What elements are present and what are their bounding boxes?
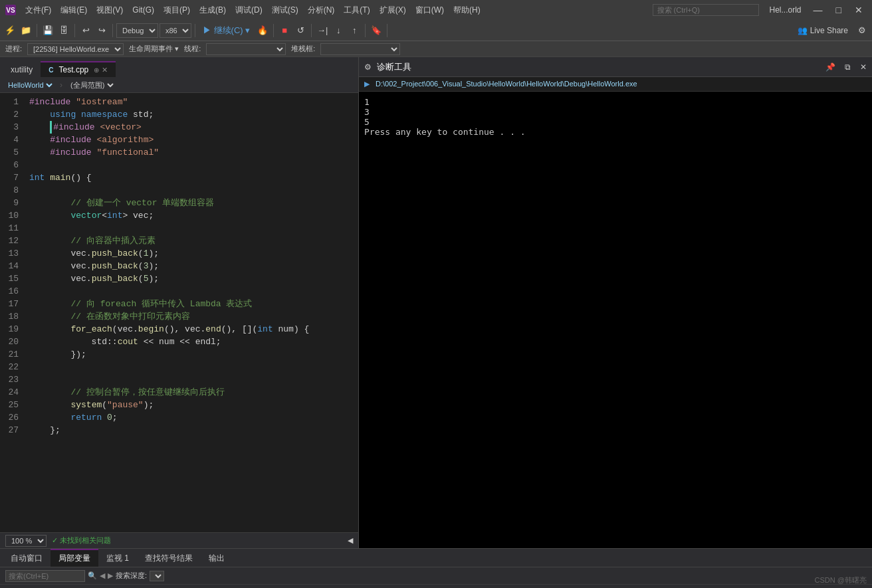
xutility-tab-label: xutility	[11, 65, 33, 74]
hot-reload-button[interactable]: 🔥	[255, 23, 270, 38]
process-bar: 进程: [22536] HelloWorld.exe 生命周期事件 ▾ 线程: …	[0, 41, 872, 57]
maximize-button[interactable]: □	[832, 5, 845, 15]
console-output: 1 3 5 Press any key to continue . . .	[364, 97, 867, 137]
tab-test-cpp[interactable]: C Test.cpp ⊕ ✕	[41, 61, 116, 77]
minimize-button[interactable]: —	[810, 5, 827, 15]
menu-tools[interactable]: 工具(T)	[340, 3, 374, 17]
nav-back-button[interactable]: ◀	[100, 571, 105, 580]
diag-float-button[interactable]: ⧉	[845, 62, 851, 72]
undo-button[interactable]: ↩	[78, 23, 93, 38]
live-share-button[interactable]: 👥 Live Share	[792, 25, 853, 37]
open-button[interactable]: 📁	[19, 23, 33, 38]
debug-config-select[interactable]: Debug	[116, 23, 158, 38]
restart-button[interactable]: ↺	[293, 23, 308, 38]
search-depth-select[interactable]	[150, 571, 164, 581]
bottom-section: 自动窗口 局部变量 监视 1 查找符号结果 输出 🔍 ◀ ▶ 搜索深度: 名称 …	[0, 548, 872, 588]
step-into-button[interactable]: ↓	[331, 23, 346, 38]
title-bar: VS 文件(F) 编辑(E) 视图(V) Git(G) 项目(P) 生成(B) …	[0, 0, 872, 20]
menu-extensions[interactable]: 扩展(X)	[376, 3, 410, 17]
step-out-button[interactable]: ↑	[347, 23, 362, 38]
menu-view[interactable]: 视图(V)	[92, 3, 127, 17]
thread-select[interactable]	[206, 43, 286, 55]
search-input[interactable]	[653, 4, 759, 16]
step-over-button[interactable]: →|	[315, 23, 330, 38]
test-tab-label: Test.cpp	[59, 65, 89, 74]
new-project-button[interactable]: ⚡	[3, 23, 17, 38]
diag-close-button[interactable]: ✕	[860, 62, 867, 72]
tab-watch1[interactable]: 监视 1	[98, 550, 137, 567]
window-title: Hel...orld	[770, 5, 802, 15]
menu-test[interactable]: 测试(S)	[268, 3, 302, 17]
settings-button[interactable]: ⚙	[855, 23, 869, 38]
live-share-icon: 👥	[798, 26, 808, 35]
console-path-icon: ▶	[364, 80, 370, 88]
redo-button[interactable]: ↪	[94, 23, 109, 38]
tab-output[interactable]: 输出	[201, 550, 233, 567]
toolbar-separator-6	[311, 24, 312, 37]
toolbar-separator-3	[112, 24, 113, 37]
toolbar-separator-1	[37, 24, 37, 37]
lifecycle-label: 生命周期事件 ▾	[129, 44, 179, 54]
main-area: xutility C Test.cpp ⊕ ✕ HelloWorld › (全局…	[0, 57, 872, 548]
menu-edit[interactable]: 编辑(E)	[56, 3, 91, 17]
process-select[interactable]: [22536] HelloWorld.exe	[27, 43, 124, 55]
no-issues-indicator: ✓ 未找到相关问题	[52, 536, 111, 545]
close-button[interactable]: ✕	[851, 5, 867, 15]
menu-bar: 文件(F) 编辑(E) 视图(V) Git(G) 项目(P) 生成(B) 调试(…	[21, 3, 647, 17]
title-controls: — □ ✕	[810, 5, 867, 15]
bottom-tabs: 自动窗口 局部变量 监视 1 查找符号结果 输出	[0, 549, 872, 567]
left-panel: xutility C Test.cpp ⊕ ✕ HelloWorld › (全局…	[0, 57, 359, 548]
console-title: 诊断工具	[377, 61, 411, 73]
tab-find-symbol[interactable]: 查找符号结果	[137, 550, 201, 567]
search-depth-label: 搜索深度:	[116, 571, 147, 581]
scroll-indicator: ◀	[348, 536, 353, 545]
stack-label: 堆栈框:	[291, 44, 315, 54]
tab-modified-icon: ⊕	[94, 66, 99, 74]
toolbar: ⚡ 📁 💾 🗄 ↩ ↪ Debug x86 ▶ 继续(C) ▾ 🔥 ■ ↺ →|…	[0, 20, 872, 41]
watermark: CSDN @韩曙亮	[815, 575, 867, 585]
code-view[interactable]: 12345 678910 1112131415 1617181920 21222…	[0, 93, 358, 532]
col-value-header: 值	[436, 585, 872, 588]
menu-debug[interactable]: 调试(D)	[231, 3, 267, 17]
menu-analyze[interactable]: 分析(N)	[304, 3, 339, 17]
nav-forward-button[interactable]: ▶	[108, 571, 113, 580]
diag-pin-button[interactable]: 📌	[825, 62, 835, 72]
toolbar-separator-7	[365, 24, 366, 37]
toolbar-separator-5	[273, 24, 274, 37]
tab-bar: xutility C Test.cpp ⊕ ✕	[0, 57, 358, 77]
console-body: 1 3 5 Press any key to continue . . .	[359, 92, 872, 548]
scope-selector[interactable]: (全局范围)	[68, 80, 116, 90]
cpp-icon: C	[49, 66, 53, 74]
tab-locals[interactable]: 局部变量	[51, 549, 98, 567]
tab-auto-window[interactable]: 自动窗口	[3, 550, 51, 567]
live-share-label: Live Share	[810, 26, 848, 35]
menu-help[interactable]: 帮助(H)	[449, 3, 485, 17]
platform-select[interactable]: x86	[160, 23, 191, 38]
menu-project[interactable]: 项目(P)	[160, 3, 194, 17]
editor-area: 12345 678910 1112131415 1617181920 21222…	[0, 93, 358, 532]
editor-header: HelloWorld › (全局范围)	[0, 77, 358, 93]
save-all-button[interactable]: 🗄	[56, 23, 71, 38]
right-panel: ⚙ 诊断工具 📌 ⧉ ✕ ▶ D:\002_Project\006_Visual…	[359, 57, 872, 548]
file-selector[interactable]: HelloWorld	[5, 80, 54, 90]
tab-close-button[interactable]: ✕	[102, 66, 108, 74]
menu-window[interactable]: 窗口(W)	[411, 3, 448, 17]
save-button[interactable]: 💾	[41, 23, 55, 38]
tab-xutility[interactable]: xutility	[3, 61, 41, 77]
bookmark-button[interactable]: 🔖	[369, 23, 383, 38]
continue-button[interactable]: ▶ 继续(C) ▾	[199, 23, 254, 38]
editor-status: 100 % ✓ 未找到相关问题 ◀	[0, 532, 358, 548]
stop-button[interactable]: ■	[277, 23, 292, 38]
stack-select[interactable]	[320, 43, 400, 55]
thread-label: 线程:	[184, 44, 201, 54]
zoom-select[interactable]: 100 %	[5, 535, 47, 547]
menu-git[interactable]: Git(G)	[128, 4, 158, 16]
vs-icon: VS	[5, 5, 16, 15]
menu-file[interactable]: 文件(F)	[21, 3, 55, 17]
menu-build[interactable]: 生成(B)	[195, 3, 230, 17]
locals-search-input[interactable]	[5, 570, 85, 582]
locals-table: 名称 值	[0, 585, 872, 588]
console-header: ⚙ 诊断工具 📌 ⧉ ✕	[359, 57, 872, 77]
locals-toolbar: 🔍 ◀ ▶ 搜索深度:	[0, 567, 872, 585]
code-lines[interactable]: #include "iostream" using namespace std;…	[24, 93, 358, 532]
